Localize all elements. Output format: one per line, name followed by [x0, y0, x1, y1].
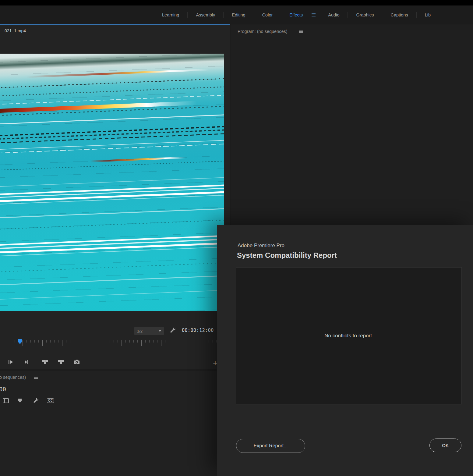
tab-libraries[interactable]: Lib [417, 12, 439, 17]
workspace-menu-icon[interactable] [312, 13, 316, 16]
source-clip-tab[interactable]: 021_1.mp4 [5, 28, 26, 33]
tab-editing[interactable]: Editing [224, 12, 253, 17]
export-report-button[interactable]: Export Report... [236, 439, 305, 453]
source-duration-timecode: 00:00:12:00 [182, 328, 214, 333]
closed-captions-icon[interactable]: CC [47, 398, 54, 403]
tab-graphics[interactable]: Graphics [348, 12, 382, 17]
tab-effects[interactable]: Effects [281, 12, 311, 17]
program-monitor-tab[interactable]: Program: (no sequences) [238, 29, 288, 34]
program-monitor-panel: Program: (no sequences) [231, 24, 473, 225]
settings-wrench-icon[interactable] [33, 398, 39, 404]
conflict-report-box: No conflicts to report. [236, 267, 462, 404]
system-compatibility-dialog: Adobe Premiere Pro System Compatibility … [217, 225, 473, 476]
lower-monitor-timecode: 00 [0, 386, 6, 393]
tab-assembly[interactable]: Assembly [188, 12, 223, 17]
tab-learning[interactable]: Learning [154, 12, 187, 17]
video-scanline-overlay [0, 54, 224, 311]
tab-captions[interactable]: Captions [382, 12, 416, 17]
premiere-pro-window: Learning Assembly Editing Color Effects … [0, 0, 473, 476]
zoom-level-select[interactable]: 1/2 [134, 327, 164, 335]
settings-wrench-icon[interactable] [170, 327, 176, 334]
lower-monitor-tab[interactable]: o sequences) [0, 375, 26, 380]
insert-icon[interactable] [42, 359, 48, 365]
tab-audio[interactable]: Audio [320, 12, 348, 17]
export-frame-icon[interactable] [73, 359, 80, 365]
workspace-tabs: Learning Assembly Editing Color Effects … [154, 5, 439, 24]
source-monitor-controls: 1/2 00:00:12:00 [0, 326, 224, 337]
source-video-preview[interactable] [0, 54, 224, 311]
panel-menu-icon[interactable] [34, 376, 38, 379]
source-timeline-ruler[interactable] [0, 338, 224, 353]
panel-menu-icon[interactable] [299, 30, 303, 33]
dialog-app-name: Adobe Premiere Pro [238, 243, 284, 249]
source-transport-controls: + [0, 356, 224, 370]
lower-monitor-panel: o sequences) 00 CC [0, 371, 217, 476]
dialog-title: System Compatibility Report [237, 251, 337, 260]
workspace-bar: Learning Assembly Editing Color Effects … [0, 5, 473, 24]
window-top-strip [0, 0, 473, 5]
film-frame-icon[interactable] [2, 397, 9, 404]
chevron-down-icon [159, 330, 161, 332]
marker-icon[interactable] [18, 399, 22, 403]
tab-color[interactable]: Color [254, 12, 281, 17]
zoom-level-value: 1/2 [137, 329, 143, 333]
go-to-out-point-icon[interactable] [22, 359, 29, 365]
ok-button[interactable]: OK [429, 439, 461, 452]
play-in-to-out-icon[interactable] [8, 359, 14, 365]
report-message: No conflicts to report. [324, 333, 373, 339]
playhead-marker[interactable] [18, 339, 22, 344]
overwrite-icon[interactable] [58, 359, 64, 365]
lower-monitor-controls: CC [0, 397, 91, 406]
source-monitor-panel: 021_1.mp4 [0, 24, 230, 369]
